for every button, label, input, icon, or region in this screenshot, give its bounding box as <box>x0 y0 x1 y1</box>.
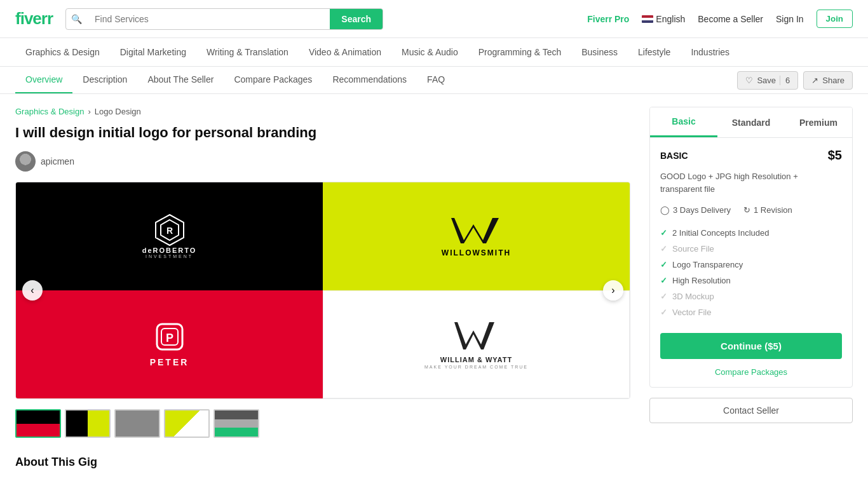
tab-recommendations[interactable]: Recommendations <box>322 67 417 93</box>
nav-programming-tech[interactable]: Programming & Tech <box>468 38 571 66</box>
tab-overview[interactable]: Overview <box>15 67 72 93</box>
breadcrumb-parent[interactable]: Graphics & Design <box>15 107 84 116</box>
deroberto-text: deROBERTO <box>142 247 197 254</box>
svg-text:R: R <box>166 226 172 236</box>
gallery-cell-1: R deROBERTO INVESTMENT <box>16 182 323 290</box>
check-icon-3: ✓ <box>660 276 667 285</box>
willowsmith-logo: WILLOWSMITH <box>442 215 511 257</box>
willowsmith-text: WILLOWSMITH <box>442 248 511 257</box>
tab-compare-packages[interactable]: Compare Packages <box>224 67 322 93</box>
sub-nav-actions: ♡ Save 6 ↗ Share <box>737 71 853 90</box>
contact-seller-button[interactable]: Contact Seller <box>649 398 853 423</box>
gallery-cell-2: WILLOWSMITH <box>323 182 630 290</box>
check-icon-5: ✓ <box>660 308 667 317</box>
nav-digital-marketing[interactable]: Digital Marketing <box>110 38 196 66</box>
nav-video-animation[interactable]: Video & Animation <box>299 38 391 66</box>
deroberto-logo-icon: R <box>153 214 186 247</box>
check-icon-4: ✓ <box>660 292 667 301</box>
search-input[interactable] <box>87 9 330 29</box>
delivery-label: 3 Days Delivery <box>673 205 731 215</box>
share-icon: ↗ <box>811 76 818 85</box>
fiverr-logo: fiverr <box>15 9 53 29</box>
thumbnail-5[interactable] <box>214 409 259 438</box>
share-label: Share <box>822 76 844 85</box>
language-selector[interactable]: English <box>642 14 685 24</box>
header-right: Fiverr Pro English Become a Seller Sign … <box>587 10 853 28</box>
clock-icon: ◯ <box>660 205 670 215</box>
nav-lifestyle[interactable]: Lifestyle <box>628 38 681 66</box>
seller-info: apicmen <box>15 151 630 172</box>
tab-about-seller[interactable]: About The Seller <box>137 67 224 93</box>
thumbnail-4[interactable] <box>164 409 210 438</box>
join-button[interactable]: Join <box>817 10 853 28</box>
william-wyatt-sub: MAKE YOUR DREAM COME TRUE <box>424 365 528 369</box>
language-label: English <box>656 14 685 24</box>
breadcrumb: Graphics & Design › Logo Design <box>15 107 630 116</box>
feature-label-1: Source File <box>672 244 714 254</box>
willowsmith-logo-icon <box>451 215 502 247</box>
peter-logo: P PETER <box>150 321 189 367</box>
continue-button[interactable]: Continue ($5) <box>660 333 842 359</box>
package-header: BASIC $5 <box>660 148 842 163</box>
search-button[interactable]: Search <box>330 9 383 29</box>
nav-industries[interactable]: Industries <box>681 38 740 66</box>
package-name: BASIC <box>660 151 688 161</box>
check-icon-1: ✓ <box>660 244 667 254</box>
nav-music-audio[interactable]: Music & Audio <box>391 38 468 66</box>
compare-packages-link[interactable]: Compare Packages <box>715 367 787 377</box>
share-button[interactable]: ↗ Share <box>803 71 853 90</box>
become-seller-link[interactable]: Become a Seller <box>698 14 763 24</box>
about-gig-heading: About This Gig <box>15 456 630 469</box>
feature-3d-mockup: ✓ 3D Mockup <box>660 288 842 304</box>
svg-text:P: P <box>165 332 173 344</box>
gig-title: I will design initial logo for personal … <box>15 124 630 142</box>
feature-label-0: 2 Initial Concepts Included <box>672 228 769 238</box>
gallery-container: R deROBERTO INVESTMENT WILLOWSMITH <box>15 182 630 399</box>
feature-initial-concepts: ✓ 2 Initial Concepts Included <box>660 225 842 241</box>
thumbnail-1[interactable] <box>15 409 61 438</box>
tab-premium[interactable]: Premium <box>785 107 852 137</box>
gallery-cell-4: WILLIAM & WYATT MAKE YOUR DREAM COME TRU… <box>323 290 630 398</box>
thumbnails <box>15 407 630 440</box>
compare-link: Compare Packages <box>660 367 842 377</box>
nav-business[interactable]: Business <box>571 38 628 66</box>
feature-label-3: High Resolution <box>672 276 731 285</box>
gallery-next-button[interactable]: › <box>603 280 623 301</box>
peter-logo-icon: P <box>154 321 186 353</box>
nav-writing-translation[interactable]: Writing & Translation <box>196 38 299 66</box>
feature-label-5: Vector File <box>672 308 711 317</box>
package-meta: ◯ 3 Days Delivery ↻ 1 Revision <box>660 205 842 215</box>
right-panel: Basic Standard Premium BASIC $5 GOOD Log… <box>649 107 853 469</box>
william-wyatt-logo-icon <box>454 319 499 354</box>
package-price: $5 <box>828 148 842 163</box>
package-features: ✓ 2 Initial Concepts Included ✓ Source F… <box>660 225 842 320</box>
package-description: GOOD Logo + JPG high Resolution + transp… <box>660 170 842 195</box>
tab-faq[interactable]: FAQ <box>417 67 455 93</box>
tab-basic[interactable]: Basic <box>650 107 717 137</box>
nav-graphics-design[interactable]: Graphics & Design <box>15 38 110 66</box>
feature-label-2: Logo Transparency <box>672 260 743 269</box>
peter-text: PETER <box>150 357 189 367</box>
william-wyatt-logo: WILLIAM & WYATT MAKE YOUR DREAM COME TRU… <box>424 319 528 369</box>
thumbnail-3[interactable] <box>114 409 160 438</box>
save-button[interactable]: ♡ Save 6 <box>737 71 798 90</box>
avatar <box>15 151 36 172</box>
save-count: 6 <box>780 76 790 85</box>
tab-standard[interactable]: Standard <box>717 107 785 137</box>
nav-categories: Graphics & Design Digital Marketing Writ… <box>0 38 868 67</box>
sign-in-link[interactable]: Sign In <box>776 14 804 24</box>
thumbnail-2[interactable] <box>65 409 111 438</box>
revision-meta: ↻ 1 Revision <box>743 205 792 215</box>
feature-high-resolution: ✓ High Resolution <box>660 273 842 288</box>
seller-name[interactable]: apicmen <box>41 156 74 166</box>
avatar-image <box>15 151 36 172</box>
gallery-cell-3: P PETER <box>16 290 323 398</box>
gallery-prev-button[interactable]: ‹ <box>22 280 43 301</box>
deroberto-sub: INVESTMENT <box>146 254 193 259</box>
heart-icon: ♡ <box>745 76 753 85</box>
save-label: Save <box>757 76 776 85</box>
package-tabs: Basic Standard Premium <box>650 107 852 138</box>
tab-description[interactable]: Description <box>72 67 137 93</box>
feature-vector-file: ✓ Vector File <box>660 304 842 320</box>
fiverr-pro-link[interactable]: Fiverr Pro <box>587 14 629 24</box>
